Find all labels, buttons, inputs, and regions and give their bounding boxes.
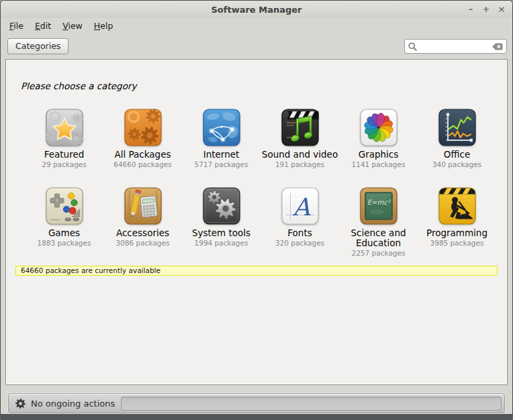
globe-network-icon bbox=[182, 109, 261, 146]
gear-icon bbox=[15, 398, 26, 409]
chalkboard-icon: E=mc² bbox=[339, 187, 418, 225]
category-view: Please choose a category Featured29 pack… bbox=[5, 59, 508, 385]
maximize-button[interactable]: + bbox=[481, 3, 492, 15]
category-package-count: 3985 packages bbox=[418, 238, 496, 248]
category-package-count: 1141 packages bbox=[339, 160, 418, 169]
category-name: Fonts bbox=[261, 228, 339, 238]
search-box[interactable] bbox=[404, 39, 507, 54]
statusbar: No ongoing actions bbox=[8, 393, 505, 413]
window-controls: – + × bbox=[465, 1, 507, 18]
category-name: Science and Education bbox=[339, 228, 418, 248]
titlebar[interactable]: Software Manager – + × bbox=[1, 1, 512, 18]
minimize-button[interactable]: – bbox=[465, 3, 476, 15]
status-text: No ongoing actions bbox=[31, 399, 115, 409]
category-name: Office bbox=[418, 150, 496, 160]
menu-file[interactable]: File bbox=[9, 19, 24, 32]
category-games[interactable]: Games1883 packages bbox=[25, 187, 103, 266]
category-name: All Packages bbox=[103, 150, 182, 160]
category-package-count: 340 packages bbox=[418, 160, 496, 169]
window-gap bbox=[1, 385, 512, 393]
window-title: Software Manager bbox=[212, 5, 302, 15]
gamepad-icon bbox=[25, 187, 103, 225]
software-manager-window: Software Manager – + × FileEditViewHelp … bbox=[0, 0, 513, 420]
toolbar: Categories bbox=[1, 34, 512, 59]
category-graphics[interactable]: Graphics1141 packages bbox=[339, 109, 418, 187]
category-science-and-education[interactable]: E=mc² Science and Education2257 packages bbox=[339, 187, 418, 266]
category-name: Graphics bbox=[339, 150, 418, 160]
category-package-count: 3086 packages bbox=[103, 238, 182, 248]
menubar: FileEditViewHelp bbox=[1, 18, 512, 34]
svg-text:E=mc²: E=mc² bbox=[367, 199, 391, 206]
category-package-count: 1994 packages bbox=[182, 238, 261, 248]
page-title: Please choose a category bbox=[21, 81, 507, 91]
category-package-count: 191 packages bbox=[261, 160, 339, 169]
search-input[interactable] bbox=[418, 42, 492, 51]
category-name: Programming bbox=[418, 228, 496, 238]
category-accessories[interactable]: Accessories3086 packages bbox=[103, 187, 182, 266]
clear-search-icon[interactable] bbox=[492, 42, 504, 51]
category-fonts[interactable]: A Fonts320 packages bbox=[261, 187, 339, 266]
orange-gears-icon bbox=[103, 109, 182, 146]
category-package-count: 1883 packages bbox=[25, 238, 103, 248]
search-icon bbox=[408, 42, 418, 52]
package-count-infobar: 64660 packages are currently available bbox=[15, 266, 498, 276]
category-package-count: 5717 packages bbox=[182, 160, 261, 169]
clapperboard-music-icon bbox=[261, 109, 339, 146]
category-internet[interactable]: Internet5717 packages bbox=[182, 109, 261, 187]
category-featured[interactable]: Featured29 packages bbox=[25, 109, 103, 187]
featured-star-icon bbox=[25, 109, 103, 146]
pencil-calculator-icon bbox=[103, 187, 182, 225]
category-office[interactable]: Office340 packages bbox=[418, 109, 496, 187]
category-name: System tools bbox=[182, 228, 261, 238]
category-name: Accessories bbox=[103, 228, 182, 238]
category-package-count: 320 packages bbox=[261, 238, 339, 248]
category-package-count: 64660 packages bbox=[103, 160, 182, 169]
category-programming[interactable]: Programming3985 packages bbox=[418, 187, 496, 266]
menu-help[interactable]: Help bbox=[93, 19, 114, 32]
category-all-packages[interactable]: All Packages64660 packages bbox=[103, 109, 182, 187]
category-sound-and-video[interactable]: Sound and video191 packages bbox=[261, 109, 339, 187]
category-name: Sound and video bbox=[261, 150, 339, 160]
category-package-count: 2257 packages bbox=[339, 248, 418, 258]
category-name: Internet bbox=[182, 150, 261, 160]
system-gears-icon bbox=[182, 187, 261, 225]
color-pinwheel-icon bbox=[339, 109, 418, 146]
letter-a-icon: A bbox=[261, 187, 339, 225]
category-name: Featured bbox=[25, 150, 103, 160]
category-name: Games bbox=[25, 228, 103, 238]
category-grid: Featured29 packages All Packages64660 pa… bbox=[6, 109, 507, 266]
close-button[interactable]: × bbox=[496, 3, 507, 15]
category-package-count: 29 packages bbox=[25, 160, 103, 169]
progress-bar bbox=[121, 397, 502, 411]
menu-edit[interactable]: Edit bbox=[34, 19, 52, 32]
svg-text:A: A bbox=[292, 193, 311, 221]
line-chart-icon bbox=[418, 109, 496, 146]
categories-button[interactable]: Categories bbox=[7, 38, 68, 54]
category-system-tools[interactable]: System tools1994 packages bbox=[182, 187, 261, 266]
menu-view[interactable]: View bbox=[62, 19, 83, 32]
construction-icon bbox=[418, 187, 496, 225]
